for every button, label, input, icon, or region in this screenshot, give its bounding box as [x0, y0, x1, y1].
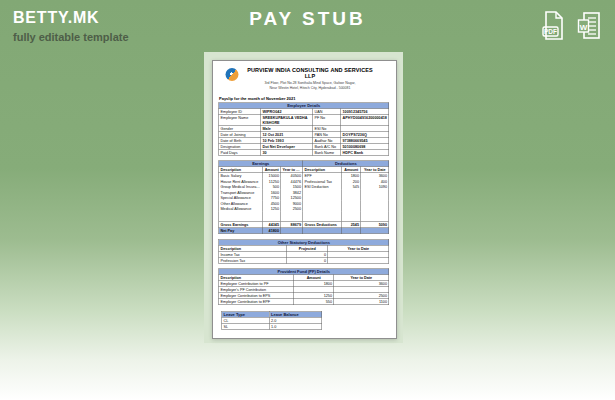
empty-cell	[342, 211, 361, 221]
empty-cell	[263, 211, 281, 221]
deduction-ytd	[328, 257, 389, 263]
empty-cell	[361, 228, 389, 234]
payslip-period: Payslip for the month of November 2021	[219, 96, 389, 101]
table-spacer-row	[219, 211, 389, 221]
company-address-line2: Near Westin Hotel, Hitech City, Hyderaba…	[242, 85, 379, 90]
leave-balance: 1.0	[269, 323, 322, 329]
table-row: Paid Days 30 Bank Name HDFC Bank	[219, 149, 389, 155]
field-label: PF No	[313, 115, 341, 126]
field-value: 30	[261, 149, 313, 155]
leave-type: SL	[222, 323, 270, 329]
net-pay-value: 41800	[263, 228, 281, 234]
company-header: PURVIEW INDIA CONSULTING AND SERVICES LL…	[219, 67, 389, 90]
field-label: Employee Name	[219, 115, 261, 126]
company-name: PURVIEW INDIA CONSULTING AND SERVICES LL…	[242, 67, 379, 79]
field-label: Bank Name	[313, 149, 341, 155]
column-header: Year to Date	[361, 167, 389, 173]
svg-text:PDF: PDF	[544, 28, 557, 35]
svg-text:W: W	[580, 23, 588, 32]
empty-cell	[281, 228, 303, 234]
deduction-projected: 0	[287, 257, 328, 263]
deduction-desc: Profession Tax	[219, 257, 287, 263]
pf-desc: Employer Contribution to EPF	[219, 299, 294, 305]
earning-desc: House Rent Allowance	[219, 178, 263, 184]
pdf-download-icon[interactable]: PDF	[541, 10, 567, 41]
employee-details-table: Employee Details Employee ID WIPRO042 UA…	[219, 102, 390, 155]
field-value: APHYD004916200000418	[341, 115, 389, 126]
empty-cell	[361, 211, 389, 221]
field-value: SREEKUPAKULA VEDHA KISHORE	[261, 115, 313, 126]
page-title: PAY STUB	[0, 8, 615, 30]
table-row: SL 1.0	[222, 323, 322, 329]
table-row: Profession Tax 0	[219, 257, 389, 263]
column-header: Amount	[342, 167, 361, 173]
empty-cell	[219, 211, 263, 221]
empty-cell	[303, 228, 342, 234]
table-row: Employee Name SREEKUPAKULA VEDHA KISHORE…	[219, 115, 389, 126]
pf-details-table: Provident Fund (PF) Details Description …	[219, 268, 390, 305]
column-header: Amount	[263, 167, 281, 173]
leave-balance-table: Leave Type Leave Balance CL 2.0 SL 1.0	[222, 311, 323, 330]
download-buttons: PDF W	[541, 10, 603, 41]
company-logo-icon	[226, 68, 239, 81]
empty-cell	[281, 211, 303, 221]
empty-cell	[303, 211, 342, 221]
company-address: 3rd Floor, Plot No.28 Sonthalia Mind Spa…	[242, 80, 379, 90]
remarks-text: Remarks: This is a computer generated Pa…	[222, 337, 389, 339]
tagline: fully editable template	[13, 31, 129, 43]
field-value: HDFC Bank	[341, 149, 389, 155]
word-download-icon[interactable]: W	[577, 10, 603, 41]
gross-deductions-label: Gross Deductions	[303, 222, 342, 228]
pf-ytd: 1100	[334, 299, 389, 305]
paystub-document: PURVIEW INDIA CONSULTING AND SERVICES LL…	[212, 60, 397, 339]
pf-amount: 550	[294, 299, 334, 305]
net-pay-row: Net Pay 41800	[219, 228, 389, 234]
earnings-deductions-table: Earnings Deductions Description Amount Y…	[219, 160, 390, 234]
column-header: Year to Date	[281, 167, 303, 173]
other-statutory-deductions-table: Other Statutory Deductions Description P…	[219, 239, 390, 264]
empty-cell	[342, 228, 361, 234]
table-row: Employer Contribution to EPF 550 1100	[219, 299, 389, 305]
earning-desc: Group Medical Insurance	[219, 184, 263, 190]
field-label: Paid Days	[219, 149, 261, 155]
net-pay-label: Net Pay	[219, 228, 263, 234]
